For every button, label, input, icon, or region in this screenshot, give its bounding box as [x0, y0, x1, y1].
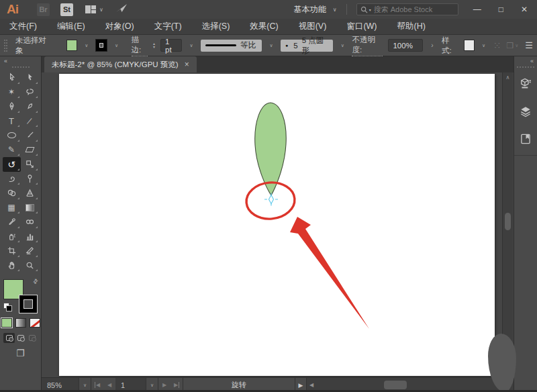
tools-panel: « ✶ T ∕ ✎ ↺ ▦ — [0, 56, 42, 392]
shaper-pencil-tool[interactable]: ✎ — [3, 143, 21, 158]
document-tab[interactable]: 未标题-2* @ 85% (CMYK/GPU 预览) × — [44, 56, 197, 72]
brush-dot-icon: ● — [285, 43, 288, 48]
artboard-tool[interactable] — [3, 244, 21, 258]
stock-icon[interactable]: St — [60, 3, 73, 16]
draw-behind-button[interactable] — [15, 333, 26, 343]
main-area: « ✶ T ∕ ✎ ↺ ▦ — [0, 56, 537, 392]
illustrator-logo-icon: Ai — [7, 2, 18, 17]
arrange-documents-icon[interactable] — [85, 5, 97, 14]
screen-mode-icon[interactable]: ❐ — [16, 348, 25, 358]
blend-tool[interactable] — [21, 215, 39, 230]
tab-close-icon[interactable]: × — [185, 60, 189, 69]
panel-menu-icon[interactable]: ☰ — [525, 40, 533, 50]
workspace-switcher[interactable]: 基本功能 ∨ — [294, 4, 337, 15]
layers-panel-icon[interactable] — [518, 103, 534, 119]
fill-color-swatch[interactable] — [66, 40, 77, 51]
tools-drag-handle[interactable] — [12, 66, 30, 68]
vertical-scrollbar[interactable]: ∧ — [502, 72, 513, 377]
none-mode-button[interactable] — [30, 318, 40, 328]
horizontal-scroll-thumb[interactable] — [384, 381, 407, 389]
menu-edit[interactable]: 编辑(E) — [57, 21, 85, 32]
panel-dock: « — [514, 56, 537, 392]
menu-help[interactable]: 帮助(H) — [397, 21, 426, 32]
minimize-button[interactable]: — — [473, 5, 481, 14]
color-mode-button[interactable] — [1, 318, 12, 328]
pen-tool[interactable] — [3, 99, 21, 114]
shape-builder-tool[interactable] — [3, 186, 21, 201]
vertical-scroll-thumb[interactable] — [505, 213, 511, 230]
eraser-tool[interactable] — [21, 143, 39, 158]
type-tool[interactable]: T — [3, 114, 21, 129]
style-chevron-icon[interactable]: ∨ — [480, 39, 488, 52]
paintbrush-tool[interactable] — [21, 128, 39, 143]
width-swirl-tool[interactable] — [3, 172, 21, 187]
slice-tool[interactable] — [21, 244, 39, 258]
maximize-button[interactable]: □ — [499, 5, 503, 14]
selection-tool[interactable] — [3, 70, 21, 85]
canvas-area[interactable]: ∧ — [42, 72, 514, 377]
line-segment-tool[interactable]: ∕ — [21, 114, 39, 129]
profile-chevron-icon[interactable]: ∨ — [267, 39, 275, 52]
stroke-width-field[interactable]: 1 pt — [160, 39, 182, 52]
stroke-chevron-icon[interactable]: ∨ — [112, 39, 120, 52]
curvature-tool[interactable] — [21, 99, 39, 114]
menu-window[interactable]: 窗口(W) — [346, 21, 377, 32]
drag-handle-icon[interactable] — [4, 40, 7, 52]
chevron-down-icon[interactable]: ∨ — [99, 7, 103, 13]
dock-expand-icon[interactable]: « — [514, 56, 537, 65]
opacity-panel-link[interactable]: 不透明度: — [352, 35, 383, 56]
book-panel-icon[interactable] — [518, 131, 534, 147]
width-profile-dropdown[interactable]: 等比 — [201, 40, 262, 52]
rotate-tool[interactable]: ↺ — [3, 157, 21, 172]
stroke-width-stepper[interactable]: ▴▾ — [153, 42, 155, 49]
mesh-tool[interactable]: ▦ — [3, 201, 21, 215]
lasso-tool[interactable] — [21, 85, 39, 100]
perspective-grid-tool[interactable] — [21, 186, 39, 201]
menu-effect[interactable]: 效果(C) — [250, 21, 278, 32]
scroll-up-icon[interactable]: ∧ — [503, 72, 513, 82]
style-swatch[interactable] — [464, 40, 475, 51]
fill-chevron-icon[interactable]: ∨ — [83, 39, 91, 52]
eyedropper-tool[interactable] — [3, 215, 21, 230]
opacity-chevron-icon[interactable]: › — [428, 39, 436, 52]
scroll-left-icon[interactable]: ◀ — [307, 382, 316, 388]
brush-chevron-icon[interactable]: ∨ — [338, 39, 346, 52]
puppet-warp-tool[interactable] — [21, 172, 39, 187]
paint-mode-buttons — [1, 318, 40, 328]
menu-bar: 文件(F) 编辑(E) 对象(O) 文字(T) 选择(S) 效果(C) 视图(V… — [0, 19, 537, 35]
gradient-tool[interactable] — [21, 201, 39, 215]
dock-drag-handle[interactable] — [517, 66, 534, 68]
draw-normal-button[interactable] — [3, 333, 15, 343]
swap-fill-stroke-icon[interactable]: ⇄ — [32, 277, 40, 285]
menu-file[interactable]: 文件(F) — [9, 21, 37, 32]
menu-view[interactable]: 视图(V) — [299, 21, 327, 32]
menu-object[interactable]: 对象(O) — [105, 21, 134, 32]
bridge-icon[interactable]: Br — [37, 3, 50, 16]
ellipse-tool[interactable] — [3, 128, 21, 143]
gradient-mode-button[interactable] — [15, 318, 26, 328]
column-graph-tool[interactable] — [21, 230, 39, 244]
stroke-width-chevron-icon[interactable]: ∨ — [187, 39, 195, 52]
stroke-color-swatch[interactable] — [96, 40, 107, 51]
zoom-tool[interactable] — [21, 258, 39, 273]
brush-dropdown[interactable]: ●55 点圆形 — [281, 40, 333, 52]
stroke-swatch[interactable] — [19, 295, 37, 313]
stroke-panel-link[interactable]: 描边: — [132, 35, 148, 56]
symbol-sprayer-tool[interactable] — [3, 230, 21, 244]
artboard[interactable] — [59, 74, 495, 376]
direct-selection-tool[interactable] — [21, 70, 39, 85]
tools-collapse-icon[interactable]: « — [0, 56, 41, 65]
default-fill-stroke-icon[interactable] — [3, 303, 9, 309]
scale-tool[interactable] — [21, 157, 39, 172]
hand-tool[interactable] — [3, 258, 21, 273]
cube-panel-icon[interactable] — [518, 76, 534, 92]
magic-wand-tool[interactable]: ✶ — [3, 85, 21, 100]
opacity-field[interactable]: 100% — [388, 39, 422, 52]
menu-type[interactable]: 文字(T) — [154, 21, 182, 32]
draw-inside-button[interactable] — [26, 333, 38, 343]
menu-select[interactable]: 选择(S) — [202, 21, 230, 32]
gpu-performance-icon[interactable] — [115, 3, 128, 15]
close-button[interactable]: ✕ — [521, 5, 528, 14]
stock-search-box[interactable]: ▾ — [356, 3, 458, 15]
search-input[interactable] — [374, 5, 448, 13]
